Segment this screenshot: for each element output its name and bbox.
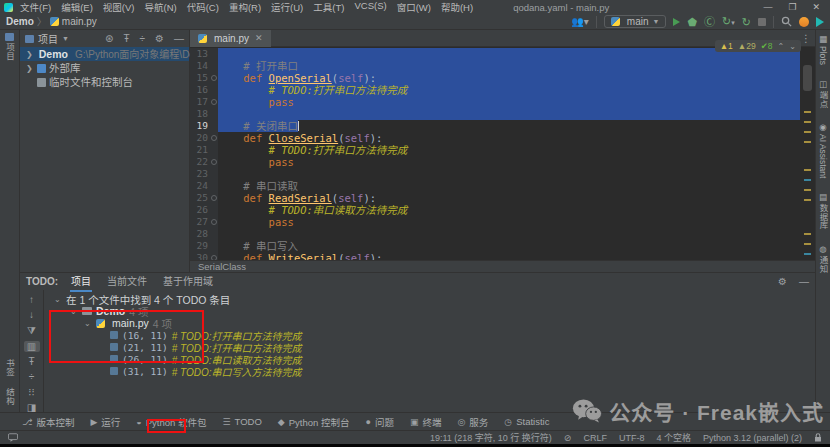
tab-close-icon[interactable]: ✕: [255, 33, 263, 43]
fold-marker-icon[interactable]: [211, 255, 217, 261]
code-line[interactable]: # 关闭串口: [218, 120, 800, 132]
collapse-arrow-icon[interactable]: ⌄: [70, 307, 78, 316]
indent-setting[interactable]: 4 个空格: [656, 431, 691, 444]
tool-stripe-端点[interactable]: ◫端点: [817, 79, 829, 108]
gutter-line-number[interactable]: 21: [190, 144, 218, 156]
readonly-lock-icon[interactable]: [814, 433, 822, 442]
menu-item[interactable]: 运行(U): [271, 0, 303, 14]
gutter-line-number[interactable]: 24: [190, 180, 218, 192]
rerun-button[interactable]: ↻: [742, 17, 751, 27]
project-tree-row-external-libs[interactable]: ❯ 外部库: [20, 61, 189, 75]
code-line[interactable]: [218, 228, 800, 240]
plugin-badge-icon[interactable]: [816, 17, 824, 27]
event-log-icon[interactable]: [8, 433, 18, 442]
menu-item[interactable]: 导航(N): [144, 0, 176, 14]
tool-window-button-statistic[interactable]: ◷Statistic: [504, 416, 549, 427]
tool-window-button-问题[interactable]: ●问题: [365, 415, 393, 429]
gutter-line-number[interactable]: 22: [190, 156, 218, 168]
scrollbar-error-stripe[interactable]: [803, 65, 813, 260]
tool-window-button-版本控制[interactable]: ⎇版本控制: [22, 415, 74, 429]
run-button[interactable]: [673, 18, 680, 26]
debug-button[interactable]: ⬟: [687, 17, 697, 27]
caret-position[interactable]: 19:11 (218 字符, 10 行 换行符): [430, 431, 552, 444]
todo-item-row[interactable]: (16, 11)# TODO:打开串口方法待完成: [44, 329, 815, 341]
prev-problem-icon[interactable]: ⌃: [778, 42, 785, 51]
menu-item[interactable]: 工具(T): [313, 0, 344, 14]
code-line[interactable]: pass: [218, 96, 800, 108]
line-separator[interactable]: CRLF: [583, 433, 607, 443]
expand-arrow-icon[interactable]: ❯: [26, 62, 34, 75]
menu-item[interactable]: 代码(C): [187, 0, 219, 14]
gutter-line-number[interactable]: 13: [190, 48, 218, 60]
project-tree-row-demo[interactable]: ❯ Demo G:\Python面向对象编程\Demo: [20, 47, 189, 61]
breadcrumb-project[interactable]: Demo: [6, 16, 34, 27]
tool-stripe-结构[interactable]: 结构: [4, 388, 16, 405]
inspections-widget[interactable]: ▲1 ▲29 ✔8 ⌃ ⌄: [715, 40, 801, 52]
editor-gutter[interactable]: 131415161718192021222324252627282930: [190, 48, 218, 260]
close-button[interactable]: ✕: [812, 2, 820, 12]
fold-marker-icon[interactable]: [211, 195, 217, 201]
project-panel-title[interactable]: 项目: [38, 31, 58, 46]
gutter-line-number[interactable]: 25: [190, 192, 218, 204]
tool-stripe-书签[interactable]: 书签: [4, 359, 16, 376]
python-interpreter[interactable]: Python 3.12 (parallel) (2): [703, 433, 802, 443]
tool-stripe-plots[interactable]: ▦Plots: [818, 34, 828, 65]
code-line[interactable]: [218, 168, 800, 180]
tool-window-button-运行[interactable]: ▶运行: [90, 415, 120, 429]
gutter-line-number[interactable]: 19: [190, 120, 218, 132]
update-notification-icon[interactable]: [799, 17, 809, 27]
todo-file-row[interactable]: ⌄ main.py 4 项: [44, 317, 815, 329]
code-line[interactable]: # 串口读取: [218, 180, 800, 192]
project-tree-row-scratches[interactable]: 临时文件和控制台: [20, 75, 189, 89]
group-by-icon[interactable]: ⁝⁝: [24, 386, 40, 397]
locate-file-icon[interactable]: ⊛: [105, 33, 113, 44]
fold-marker-icon[interactable]: [211, 159, 217, 165]
menu-item[interactable]: 帮助(H): [441, 0, 473, 14]
menu-item[interactable]: 窗口(W): [397, 0, 431, 14]
hide-panel-icon[interactable]: —: [174, 33, 184, 44]
code-line[interactable]: # TODO:串口读取方法待完成: [218, 204, 800, 216]
highlight-level-icon[interactable]: ⊘: [564, 433, 572, 443]
code-line[interactable]: # TODO:打开串口方法待完成: [218, 144, 800, 156]
todo-summary-row[interactable]: ⌄ 在 1 个文件中找到 4 个 TODO 条目: [44, 293, 815, 305]
tool-stripe-数据库[interactable]: ▤数据库: [817, 192, 829, 230]
fold-marker-icon[interactable]: [211, 99, 217, 105]
chevron-down-icon[interactable]: ▼: [62, 35, 69, 42]
code-line[interactable]: # 串口写入: [218, 240, 800, 252]
stop-button[interactable]: [758, 18, 766, 26]
tool-window-button-服务[interactable]: ◎服务: [457, 415, 488, 429]
next-todo-icon[interactable]: ↓: [24, 309, 40, 320]
collapse-arrow-icon[interactable]: ⌄: [54, 295, 62, 304]
previous-todo-icon[interactable]: ↑: [24, 294, 40, 305]
gear-icon[interactable]: ⚙: [155, 33, 164, 44]
todo-tab-项目[interactable]: 项目: [70, 271, 92, 292]
tab-main-py[interactable]: main.py ✕: [190, 30, 271, 47]
gutter-line-number[interactable]: 15: [190, 72, 218, 84]
filter-icon[interactable]: ⧩: [24, 325, 40, 337]
tool-stripe-project[interactable]: 项目: [4, 33, 16, 60]
code-line[interactable]: def OpenSerial(self):: [218, 72, 800, 84]
code-lines[interactable]: # 打开串口 def OpenSerial(self): # TODO:打开串口…: [218, 48, 800, 260]
file-encoding[interactable]: UTF-8: [619, 433, 645, 443]
collapse-arrow-icon[interactable]: ⌄: [84, 319, 92, 328]
tool-stripe-ai-assistant[interactable]: ◉AI Assistant: [818, 122, 828, 178]
gutter-line-number[interactable]: 23: [190, 168, 218, 180]
maximize-button[interactable]: ❐: [788, 2, 796, 12]
code-line[interactable]: pass: [218, 156, 800, 168]
tool-window-button-python-软件包[interactable]: ◒Python 软件包: [136, 415, 206, 429]
todo-tab-当前文件[interactable]: 当前文件: [106, 271, 148, 292]
collapse-all-icon[interactable]: ÷: [24, 371, 40, 382]
minimize-button[interactable]: —: [763, 2, 772, 12]
code-line[interactable]: # 打开串口: [218, 60, 800, 72]
todo-item-row[interactable]: (31, 11)# TODO:串口写入方法待完成: [44, 365, 815, 377]
gutter-line-number[interactable]: 26: [190, 204, 218, 216]
preview-icon[interactable]: ▥: [24, 341, 40, 352]
tool-window-button-终端[interactable]: ▣终端: [410, 415, 442, 429]
gutter-line-number[interactable]: 20: [190, 132, 218, 144]
editor-breadcrumb[interactable]: SerialClass: [190, 260, 815, 272]
todo-item-row[interactable]: (26, 11)# TODO:串口读取方法待完成: [44, 353, 815, 365]
breadcrumb-file[interactable]: main.py: [62, 16, 97, 27]
code-line[interactable]: pass: [218, 216, 800, 228]
code-line[interactable]: [218, 48, 800, 60]
menu-item[interactable]: 编辑(E): [61, 0, 93, 14]
